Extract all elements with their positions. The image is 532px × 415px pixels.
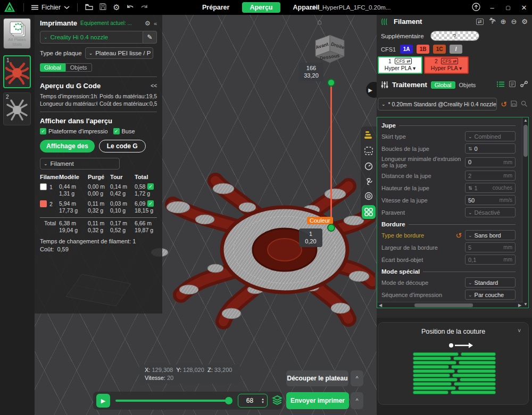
setting-control-type-de-bordure[interactable]: ⌄Sans bord	[465, 230, 516, 240]
current-equipment-link[interactable]: Équipement actuel: ...	[80, 20, 142, 26]
slot-material-select[interactable]: Hyper PLA ▾	[380, 65, 420, 71]
layer-top-handle[interactable]	[327, 79, 335, 87]
layer-number-input[interactable]: 68 ▲▼	[238, 394, 268, 408]
orientation-cube[interactable]: Avant Droite Dessous	[310, 30, 350, 65]
layer-slider-knob[interactable]	[225, 397, 232, 404]
color-scheme-icon[interactable]	[362, 205, 376, 219]
gcode-collapse-icon[interactable]: <<	[151, 83, 157, 89]
setting-control-longueur-minimale-d-extrusion-de-la-jupe[interactable]: 0mm	[465, 157, 516, 167]
cfs-chip[interactable]: 1A	[400, 45, 413, 54]
setting-control-boucles-de-la-jupe[interactable]: ⇅0	[465, 143, 516, 154]
cfs-chip[interactable]: 1B	[417, 45, 429, 54]
plate-2-thumbnail[interactable]: 2	[3, 92, 31, 125]
save-icon[interactable]	[96, 3, 110, 12]
preset-reset-icon[interactable]: ↺	[501, 100, 507, 108]
add-filament-icon[interactable]: ⊕	[501, 18, 506, 26]
all-plates-thumbnail[interactable]: All Plates Stats	[3, 18, 31, 49]
fan-icon[interactable]	[362, 175, 375, 188]
tab-prepare[interactable]: Préparer	[202, 4, 229, 11]
spool-icon[interactable]	[362, 190, 375, 202]
seam-collapse-icon[interactable]: ˅	[518, 328, 521, 334]
dashed-plate-icon[interactable]	[362, 145, 375, 157]
filament-slot-card[interactable]: 2CFS ⇄Hyper PLA ▾	[424, 56, 469, 74]
setting-control-s-quence-d-impression[interactable]: ⌄Par couche	[465, 290, 516, 300]
seam-bar-left	[413, 386, 456, 390]
setting-control-hauteur-de-la-jupe[interactable]: ⇅1couches	[465, 183, 516, 193]
setting-control-vitesse-de-la-jupe[interactable]: 50mm/s	[465, 195, 516, 205]
printer-select[interactable]: ⌄Creality Hi 0.4 nozzle	[40, 31, 143, 44]
horizontal-scrollbar-thumb[interactable]	[414, 303, 473, 307]
layer-stepper[interactable]: ▲▼	[261, 397, 267, 404]
preset-save-icon[interactable]	[511, 100, 517, 108]
plate-1-thumbnail[interactable]: 1	[3, 55, 31, 88]
cfs-chip[interactable]: /	[450, 45, 462, 54]
vertical-scrollbar[interactable]: ▲ ▼	[522, 117, 528, 308]
remove-filament-icon[interactable]: ⊖	[511, 18, 517, 26]
slice-options-caret[interactable]: ^	[351, 370, 363, 386]
display-mode-button[interactable]: Affichage des	[40, 140, 95, 153]
upload-cloud-icon[interactable]	[468, 3, 484, 13]
print-options-caret[interactable]: ^	[351, 392, 363, 409]
row-check-icon[interactable]: ✓	[147, 183, 154, 190]
collapse-panel-icon[interactable]: «	[154, 20, 157, 27]
filament-slot-card[interactable]: 1CFS ⇄Hyper PLA ▾	[378, 56, 422, 74]
stats-filter-select[interactable]: ⌄Filament	[40, 158, 120, 170]
home-view-icon[interactable]: ⌂	[317, 17, 322, 26]
row-check-icon[interactable]: ✓	[147, 200, 154, 207]
layer-range-line[interactable]	[330, 86, 332, 227]
tab-preview[interactable]: Aperçu	[242, 2, 280, 13]
tab-global-left[interactable]: Global	[40, 63, 65, 72]
layer-slider-track[interactable]	[115, 400, 228, 402]
redo-icon[interactable]	[137, 4, 151, 12]
file-menu[interactable]: Fichier	[28, 4, 73, 11]
spinner-arrows-icon[interactable]: ⇅	[468, 185, 472, 191]
preview-checkbox[interactable]: ✓Buse	[113, 128, 135, 134]
process-tab-global[interactable]: Global	[431, 81, 455, 89]
slice-plate-button[interactable]: Découper le plateau	[286, 370, 348, 386]
seam-layers-diagram[interactable]	[413, 352, 496, 395]
setting-control-paravent[interactable]: ⌄Désactivé	[465, 207, 516, 217]
spinner-arrows-icon[interactable]: ⇅	[468, 146, 472, 151]
advanced-mode-icon[interactable]	[509, 81, 516, 89]
extra-filament-slot[interactable]: ?	[430, 31, 479, 41]
setting-reset-icon[interactable]: ↺	[455, 232, 462, 239]
table-column-header: Modèle	[59, 174, 88, 180]
vertical-scrollbar-thumb[interactable]	[523, 125, 528, 157]
sliced-model-octopus[interactable]	[125, 157, 375, 337]
plate-type-select[interactable]: ⌄Plateau PEI lisse / P	[85, 47, 153, 59]
settings-gear-icon[interactable]: ⚙	[110, 3, 123, 12]
preview-checkbox[interactable]: ✓Plateforme d'impressio	[40, 128, 108, 134]
undo-icon[interactable]	[123, 4, 137, 12]
gcode-view-button[interactable]: Le code G	[99, 140, 146, 153]
process-preset-select[interactable]: ⌄* 0.20mm Standard @Creality Hi 0.4 nozz…	[378, 98, 497, 111]
cfs-chip[interactable]: 1C	[433, 45, 446, 54]
process-tab-objects[interactable]: Objets	[459, 82, 476, 88]
send-print-button[interactable]: Envoyer imprimer	[286, 392, 349, 409]
simple-mode-icon[interactable]	[497, 81, 504, 89]
line-type-icon[interactable]	[362, 129, 375, 141]
printer-gear-icon[interactable]: ⚙	[145, 20, 151, 27]
tab-objects-left[interactable]: Objets	[65, 63, 92, 72]
open-folder-icon[interactable]	[82, 4, 96, 12]
parameter-flow-icon[interactable]	[520, 81, 528, 89]
minimize-button[interactable]: –	[484, 4, 500, 12]
play-button[interactable]: ▶	[96, 394, 110, 408]
purge-faucet-icon[interactable]	[488, 18, 496, 26]
plate-thumbnail-strip: All Plates Stats 1 2	[0, 15, 35, 415]
speed-icon[interactable]	[362, 160, 375, 173]
setting-control-distance-de-la-jupe[interactable]: 2mm	[465, 171, 516, 181]
edit-printer-icon[interactable]: ✎	[143, 31, 157, 44]
layers-icon[interactable]	[272, 395, 282, 405]
setting-control-mode-de-d-coupe[interactable]: ⌄Standard	[465, 277, 516, 287]
filament-swap-icon[interactable]: ⇄	[476, 19, 484, 25]
preset-search-icon[interactable]	[521, 100, 527, 108]
setting-control-cart-bord-objet[interactable]: 0,1mm	[465, 255, 516, 265]
close-button[interactable]: ✕	[516, 4, 532, 12]
slot-material-select[interactable]: Hyper PLA ▾	[427, 65, 466, 71]
layer-bottom-handle[interactable]	[327, 224, 335, 232]
horizontal-scrollbar[interactable]: ◀ ▶	[377, 302, 523, 308]
maximize-button[interactable]: ▢	[500, 5, 516, 11]
setting-control-largeur-de-la-bordure[interactable]: 5mm	[465, 242, 516, 252]
filament-settings-icon[interactable]: ⚙	[521, 18, 528, 26]
setting-control-skirt-type[interactable]: ⌄Combined	[465, 131, 516, 141]
